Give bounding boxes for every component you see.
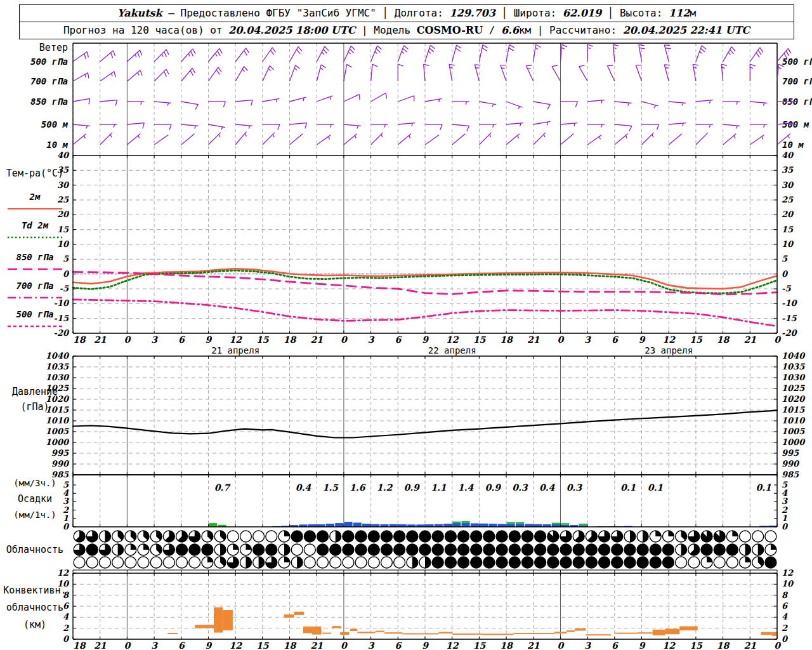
svg-text:15: 15 xyxy=(473,640,487,650)
wind-barb-row xyxy=(73,131,790,145)
svg-text:15: 15 xyxy=(256,335,270,345)
svg-text:3: 3 xyxy=(151,640,158,650)
svg-text:0: 0 xyxy=(124,640,131,650)
header-segment: 112 xyxy=(669,7,690,19)
svg-text:3: 3 xyxy=(584,335,591,345)
header-line-2: Прогноз на 120 часа(ов) от 20.04.2025 18… xyxy=(20,22,794,39)
svg-text:1010: 1010 xyxy=(46,416,70,425)
svg-text:10 м: 10 м xyxy=(782,140,804,150)
header-segment: 62.019 xyxy=(563,7,601,19)
svg-text:-20: -20 xyxy=(782,328,797,338)
svg-text:-10: -10 xyxy=(782,298,797,308)
svg-text:6: 6 xyxy=(395,335,402,345)
pressure-panel: 1040104010351035103010301025102510201020… xyxy=(12,351,806,479)
svg-text:21 апреля: 21 апреля xyxy=(211,345,259,355)
header-segment: км xyxy=(519,24,537,36)
svg-text:12: 12 xyxy=(662,640,676,650)
header-segment: │ Высота: xyxy=(601,7,669,19)
meteogram-page: Yakutsk — Предоставлено ФГБУ "ЗапСиб УГМ… xyxy=(0,0,812,650)
svg-text:0.7: 0.7 xyxy=(214,482,232,493)
wind-barb-row xyxy=(73,44,791,62)
svg-text:5: 5 xyxy=(63,254,69,263)
svg-text:Давление: Давление xyxy=(12,386,58,397)
header-segment: | Рассчитано: xyxy=(537,24,623,36)
svg-text:3: 3 xyxy=(584,640,591,650)
svg-text:5: 5 xyxy=(782,254,788,263)
svg-text:-10: -10 xyxy=(54,298,70,308)
svg-text:6: 6 xyxy=(395,640,402,650)
header-segment: COSMO-RU xyxy=(417,24,483,36)
svg-text:Облачность: Облачность xyxy=(6,544,63,555)
header-segment: / xyxy=(483,24,501,36)
svg-text:1.2: 1.2 xyxy=(377,482,393,493)
header-segment: │ Широта: xyxy=(495,7,563,19)
svg-text:0: 0 xyxy=(774,335,781,345)
svg-text:2: 2 xyxy=(782,623,788,633)
svg-text:0: 0 xyxy=(124,335,131,345)
svg-text:15: 15 xyxy=(256,640,270,650)
svg-text:22 апреля: 22 апреля xyxy=(428,345,476,355)
svg-text:12: 12 xyxy=(229,640,242,650)
svg-text:0.4: 0.4 xyxy=(539,482,556,493)
svg-text:9: 9 xyxy=(639,335,646,345)
svg-text:12: 12 xyxy=(229,335,242,345)
svg-text:3: 3 xyxy=(368,335,375,345)
svg-text:15: 15 xyxy=(473,335,487,345)
svg-text:18: 18 xyxy=(284,640,297,650)
svg-text:15: 15 xyxy=(690,335,703,345)
meteogram-plot: Ветер500 гПа500 гПа700 гПа700 гПа850 гПа… xyxy=(0,38,812,650)
svg-text:1010: 1010 xyxy=(782,416,806,425)
svg-text:6: 6 xyxy=(612,335,619,345)
svg-text:18: 18 xyxy=(717,640,730,650)
convective-panel: 121210108866442200Конвективн.облачность(… xyxy=(3,568,794,644)
svg-text:995: 995 xyxy=(782,448,799,458)
svg-text:12: 12 xyxy=(57,568,69,578)
svg-text:10 м: 10 м xyxy=(46,140,68,150)
svg-text:18: 18 xyxy=(500,335,513,345)
header-segment: | Модель xyxy=(355,24,416,36)
svg-text:700 гПа: 700 гПа xyxy=(16,281,53,291)
svg-text:6: 6 xyxy=(63,601,70,611)
svg-text:990: 990 xyxy=(51,459,70,468)
time-axis-bottom: 1821036912151821036912151821036912151821… xyxy=(73,640,781,650)
svg-text:Осадки: Осадки xyxy=(18,493,52,505)
svg-text:0.9: 0.9 xyxy=(485,482,502,493)
svg-text:-5: -5 xyxy=(60,284,69,293)
svg-text:1035: 1035 xyxy=(782,362,805,371)
svg-text:9: 9 xyxy=(206,335,213,345)
svg-text:10: 10 xyxy=(782,579,794,588)
svg-text:0.1: 0.1 xyxy=(620,482,636,493)
svg-text:500 м: 500 м xyxy=(41,119,69,129)
svg-text:1025: 1025 xyxy=(782,383,805,393)
svg-text:20: 20 xyxy=(57,209,70,219)
svg-text:(км): (км) xyxy=(23,619,46,630)
svg-text:-15: -15 xyxy=(782,314,797,323)
svg-text:0: 0 xyxy=(63,634,70,644)
svg-text:21: 21 xyxy=(744,335,757,345)
svg-text:21: 21 xyxy=(744,640,757,650)
svg-text:18: 18 xyxy=(500,640,513,650)
header-segment: 6.6 xyxy=(501,24,519,36)
svg-text:995: 995 xyxy=(51,448,69,458)
svg-text:1.1: 1.1 xyxy=(431,482,447,493)
svg-text:1030: 1030 xyxy=(46,373,70,382)
svg-text:18: 18 xyxy=(284,335,297,345)
svg-text:700 гПа: 700 гПа xyxy=(782,76,812,86)
svg-text:3: 3 xyxy=(368,640,375,650)
time-axis: 1821036912151821036912151821036912151821… xyxy=(73,335,781,355)
svg-text:12: 12 xyxy=(662,335,676,345)
svg-text:985: 985 xyxy=(782,470,799,479)
svg-text:12: 12 xyxy=(782,568,794,578)
svg-text:0: 0 xyxy=(63,522,70,531)
svg-text:21: 21 xyxy=(310,335,323,345)
svg-text:0: 0 xyxy=(341,640,348,650)
svg-text:40: 40 xyxy=(782,150,794,160)
svg-text:1.6: 1.6 xyxy=(350,482,366,493)
svg-text:6: 6 xyxy=(782,601,789,611)
svg-text:0: 0 xyxy=(774,640,781,650)
header-segment: Долгота: xyxy=(388,7,449,19)
svg-text:10: 10 xyxy=(782,239,794,249)
svg-text:0.4: 0.4 xyxy=(296,482,312,493)
svg-text:(гПа): (гПа) xyxy=(20,401,49,413)
header-line-1: Yakutsk — Предоставлено ФГБУ "ЗапСиб УГМ… xyxy=(20,5,794,22)
